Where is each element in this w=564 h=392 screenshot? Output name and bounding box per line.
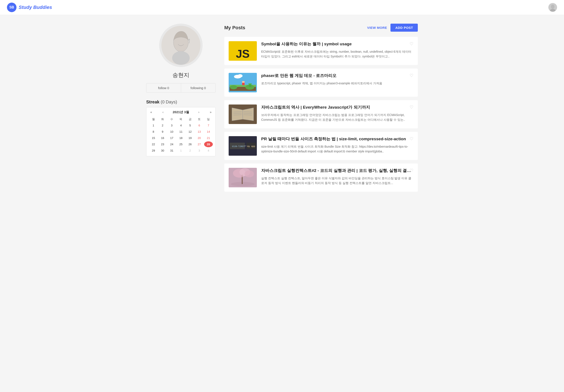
post-like-button[interactable]: ♡ (409, 41, 413, 46)
calendar-day[interactable]: 16 (158, 135, 167, 141)
calendar-day[interactable]: 1 (149, 122, 158, 128)
calendar-day[interactable]: 31 (168, 148, 176, 153)
calendar-day[interactable]: 3 (195, 148, 203, 153)
posts-header: My Posts VIEW MORE ADD POST (224, 24, 418, 32)
post-title: 자바스크립트 실행컨텍스트#2 - 코드의 실행과 관리 | 코드 평가, 실행… (261, 168, 413, 174)
post-excerpt: ECMAScript로 표준화된 이후로 자바스크립트에는 string, nu… (261, 49, 413, 59)
calendar-day[interactable]: 15 (149, 135, 158, 141)
post-thumbnail: size-limit my app (229, 136, 257, 156)
post-excerpt: 브라우저에서 동작하는 프로그래밍 언어었던 자바스크립는 범용 프로그래밍 언… (261, 112, 413, 122)
post-body: 자바스크립트 실행컨텍스트#2 - 코드의 실행과 관리 | 코드 평가, 실행… (261, 168, 413, 185)
post-excerpt: 실행 컨텍스트 실행 컨텍스트, 알아두면 좋은 이유 식별자와 값의 바인딩을… (261, 176, 413, 186)
calendar-day[interactable]: 14 (204, 129, 213, 135)
calendar-day[interactable]: 11 (177, 129, 185, 135)
calendar-day[interactable]: 22 (149, 141, 158, 147)
streak-section: Streak (0 Days) « ‹ 2021년 3월 › » 월화수목금토일… (146, 99, 216, 156)
calendar-day[interactable]: 6 (195, 122, 203, 128)
calendar-day[interactable]: 5 (186, 122, 194, 128)
calendar-day[interactable]: 4 (204, 148, 213, 153)
svg-text:size-limit: size-limit (232, 145, 245, 148)
calendar-day[interactable]: 24 (168, 141, 176, 147)
follow-bar: follow 0 following 0 (146, 83, 216, 93)
post-body: PR 날릴 때마다 번들 사이즈 측정하는 법 | size-limit, co… (261, 136, 413, 154)
calendar-day[interactable]: 2 (158, 122, 167, 128)
post-card: 자바스크립트 실행컨텍스트#2 - 코드의 실행과 관리 | 코드 평가, 실행… (224, 163, 418, 192)
post-excerpt: size-limit 사용 계기 리액트 번들 사이즈 최적화 Bundle S… (261, 144, 413, 154)
post-body: 자바스크립트의 역사 | EveryWhere Javascript가 되기까지… (261, 105, 413, 122)
streak-title: Streak (0 Days) (146, 99, 216, 105)
calendar-day[interactable]: 12 (186, 129, 194, 135)
follow-count: 0 (167, 86, 169, 90)
calendar-day[interactable]: 29 (149, 148, 158, 153)
logo-icon: SB (7, 3, 16, 12)
follow-cell[interactable]: follow 0 (146, 83, 181, 92)
cal-month-label: 2021년 3월 (173, 110, 189, 114)
profile-avatar (159, 24, 203, 67)
post-title: PR 날릴 때마다 번들 사이즈 측정하는 법 | size-limit, co… (261, 136, 413, 142)
calendar-day[interactable]: 26 (186, 141, 194, 147)
post-like-button[interactable]: ♡ (409, 168, 413, 173)
calendar-day-header: 월 (149, 116, 158, 122)
calendar-day[interactable]: 3 (168, 122, 176, 128)
header-avatar[interactable] (548, 3, 557, 12)
view-more-button[interactable]: VIEW MORE (367, 26, 387, 29)
calendar-grid: 월화수목금토일123456789101112131415161718192021… (149, 116, 213, 153)
post-thumbnail (229, 73, 257, 92)
calendar-day[interactable]: 20 (195, 135, 203, 141)
post-thumbnail: JS (229, 41, 257, 61)
svg-point-12 (230, 85, 237, 89)
streak-days: (0 Days) (161, 99, 177, 104)
calendar-day[interactable]: 1 (177, 148, 185, 153)
calendar-day-header: 수 (168, 116, 176, 122)
cal-next-next-nav[interactable]: » (209, 110, 213, 114)
follow-label: follow (158, 86, 166, 90)
post-title: Symbol을 사용하는 이유는 뭘까 | symbol usage (261, 41, 413, 47)
svg-text:my app: my app (247, 145, 255, 148)
calendar-day-header: 토 (195, 116, 203, 122)
add-post-button[interactable]: ADD POST (391, 24, 418, 32)
posts-title: My Posts (224, 25, 245, 31)
sidebar: 송현지 follow 0 following 0 Streak (0 Days)… (146, 24, 216, 195)
calendar-day[interactable]: 21 (204, 135, 213, 141)
svg-rect-17 (248, 83, 252, 84)
calendar-day[interactable]: 9 (158, 129, 167, 135)
post-card: JS Symbol을 사용하는 이유는 뭘까 | symbol usage EC… (224, 37, 418, 65)
post-title: phaser로 만든 웹 게임 데모 - 로즈마리오 (261, 73, 413, 79)
calendar-day[interactable]: 8 (149, 129, 158, 135)
cal-next-nav[interactable]: › (197, 110, 201, 114)
svg-rect-15 (242, 81, 244, 83)
calendar-day[interactable]: 4 (177, 122, 185, 128)
logo-area[interactable]: SB Study Buddies (7, 3, 52, 12)
svg-point-6 (172, 51, 190, 65)
calendar-day[interactable]: 27 (195, 141, 203, 147)
calendar-day[interactable]: 10 (168, 129, 176, 135)
following-cell[interactable]: following 0 (181, 83, 216, 92)
calendar-day[interactable]: 30 (158, 148, 167, 153)
cal-prev-prev-nav[interactable]: « (149, 110, 153, 114)
following-count: 0 (204, 86, 206, 90)
calendar-day[interactable]: 17 (168, 135, 176, 141)
main-content: 송현지 follow 0 following 0 Streak (0 Days)… (141, 15, 423, 204)
logo-text: Study Buddies (19, 5, 52, 10)
post-card: 자바스크립트의 역사 | EveryWhere Javascript가 되기까지… (224, 100, 418, 128)
calendar-day[interactable]: 28 (204, 141, 213, 147)
calendar-day[interactable]: 18 (177, 135, 185, 141)
post-like-button[interactable]: ♡ (409, 73, 413, 78)
calendar-day[interactable]: 13 (195, 129, 203, 135)
calendar-day[interactable]: 2 (186, 148, 194, 153)
calendar-day[interactable]: 25 (177, 141, 185, 147)
svg-point-11 (238, 74, 243, 77)
posts-area: My Posts VIEW MORE ADD POST JS Symbol을 사… (224, 24, 418, 195)
calendar-day[interactable]: 19 (186, 135, 194, 141)
post-like-button[interactable]: ♡ (409, 136, 413, 141)
cal-prev-nav[interactable]: ‹ (161, 110, 165, 114)
calendar-day-header: 화 (158, 116, 167, 122)
post-body: Symbol을 사용하는 이유는 뭘까 | symbol usage ECMAS… (261, 41, 413, 59)
calendar-day-header: 목 (177, 116, 185, 122)
calendar: « ‹ 2021년 3월 › » 월화수목금토일1234567891011121… (146, 107, 216, 156)
calendar-day[interactable]: 23 (158, 141, 167, 147)
svg-rect-14 (242, 82, 244, 85)
calendar-day[interactable]: 7 (204, 122, 213, 128)
post-body: phaser로 만든 웹 게임 데모 - 로즈마리오 로즈마리오 typescr… (261, 73, 413, 86)
post-like-button[interactable]: ♡ (409, 105, 413, 110)
